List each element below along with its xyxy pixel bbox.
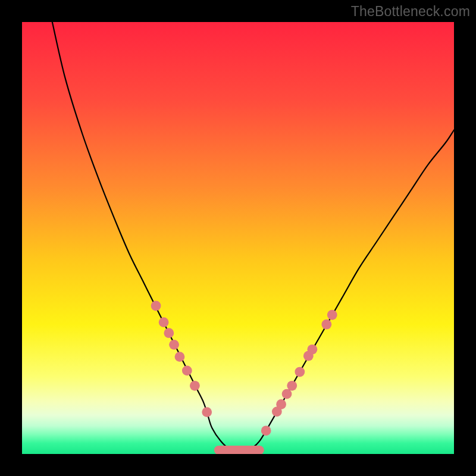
data-marker [276, 399, 286, 409]
data-markers [151, 301, 337, 436]
data-marker [307, 345, 317, 355]
data-marker [287, 381, 297, 391]
chart-container: TheBottleneck.com [0, 0, 476, 476]
data-marker [282, 389, 292, 399]
data-marker [202, 407, 212, 417]
data-marker [151, 301, 161, 311]
data-marker [190, 381, 200, 391]
data-marker [159, 317, 169, 327]
data-marker [182, 365, 192, 375]
plot-area [22, 22, 454, 454]
curve-layer [22, 22, 454, 454]
data-marker [321, 320, 331, 330]
data-marker [295, 367, 305, 377]
data-marker [164, 328, 174, 338]
bottleneck-curve [52, 22, 454, 452]
data-marker [175, 352, 185, 362]
data-marker [261, 425, 271, 436]
data-marker [169, 340, 179, 350]
data-marker [327, 310, 337, 320]
watermark-text: TheBottleneck.com [351, 4, 470, 20]
